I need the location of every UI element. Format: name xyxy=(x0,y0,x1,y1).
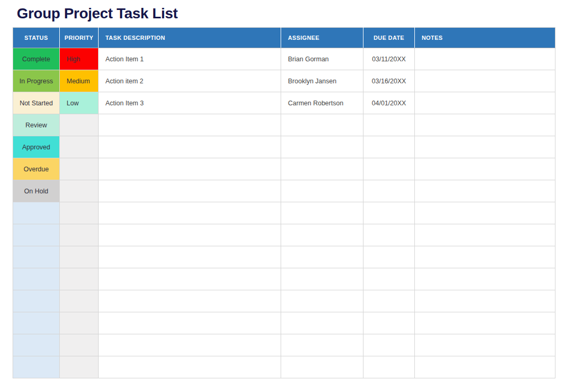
notes-cell[interactable] xyxy=(415,202,555,224)
status-cell[interactable]: Approved xyxy=(13,136,60,158)
priority-cell[interactable] xyxy=(60,312,99,334)
priority-cell[interactable] xyxy=(60,290,99,312)
due-date-cell[interactable] xyxy=(363,312,415,334)
column-header-notes: NOTES xyxy=(415,28,555,48)
task-description-cell[interactable]: Action Item 3 xyxy=(99,92,281,114)
priority-cell[interactable] xyxy=(60,136,99,158)
due-date-cell[interactable] xyxy=(363,334,415,356)
status-cell[interactable]: Review xyxy=(13,114,60,136)
assignee-cell[interactable]: Brooklyn Jansen xyxy=(281,70,363,92)
status-cell[interactable]: On Hold xyxy=(13,180,60,202)
task-description-cell[interactable] xyxy=(99,136,281,158)
priority-cell[interactable]: High xyxy=(60,48,99,70)
notes-cell[interactable] xyxy=(415,356,555,378)
task-description-cell[interactable] xyxy=(99,224,281,246)
status-cell[interactable]: Overdue xyxy=(13,158,60,180)
assignee-cell[interactable] xyxy=(281,246,363,268)
status-cell[interactable] xyxy=(13,312,60,334)
task-description-cell[interactable] xyxy=(99,312,281,334)
task-description-cell[interactable] xyxy=(99,202,281,224)
task-description-cell[interactable] xyxy=(99,290,281,312)
column-header-assignee: ASSIGNEE xyxy=(281,28,363,48)
priority-cell[interactable] xyxy=(60,356,99,378)
due-date-cell[interactable] xyxy=(363,268,415,290)
table-row xyxy=(13,268,555,290)
notes-cell[interactable] xyxy=(415,158,555,180)
priority-cell[interactable] xyxy=(60,202,99,224)
priority-cell[interactable] xyxy=(60,224,99,246)
status-cell[interactable] xyxy=(13,356,60,378)
status-cell[interactable] xyxy=(13,246,60,268)
table-row xyxy=(13,356,555,378)
assignee-cell[interactable] xyxy=(281,202,363,224)
due-date-cell[interactable]: 03/11/20XX xyxy=(363,48,415,70)
assignee-cell[interactable] xyxy=(281,180,363,202)
priority-cell[interactable] xyxy=(60,268,99,290)
notes-cell[interactable] xyxy=(415,224,555,246)
notes-cell[interactable] xyxy=(415,180,555,202)
notes-cell[interactable] xyxy=(415,70,555,92)
assignee-cell[interactable] xyxy=(281,312,363,334)
status-cell[interactable]: In Progress xyxy=(13,70,60,92)
due-date-cell[interactable] xyxy=(363,158,415,180)
table-row xyxy=(13,312,555,334)
due-date-cell[interactable] xyxy=(363,356,415,378)
status-cell[interactable] xyxy=(13,268,60,290)
task-description-cell[interactable] xyxy=(99,180,281,202)
due-date-cell[interactable] xyxy=(363,246,415,268)
notes-cell[interactable] xyxy=(415,268,555,290)
due-date-cell[interactable] xyxy=(363,224,415,246)
task-description-cell[interactable] xyxy=(99,158,281,180)
priority-cell[interactable] xyxy=(60,180,99,202)
task-description-cell[interactable] xyxy=(99,356,281,378)
status-cell[interactable] xyxy=(13,202,60,224)
due-date-cell[interactable] xyxy=(363,202,415,224)
task-description-cell[interactable]: Action item 2 xyxy=(99,70,281,92)
notes-cell[interactable] xyxy=(415,114,555,136)
priority-cell[interactable]: Medium xyxy=(60,70,99,92)
due-date-cell[interactable]: 03/16/20XX xyxy=(363,70,415,92)
notes-cell[interactable] xyxy=(415,48,555,70)
page-title: Group Project Task List xyxy=(17,5,567,22)
due-date-cell[interactable] xyxy=(363,180,415,202)
assignee-cell[interactable] xyxy=(281,334,363,356)
status-cell[interactable] xyxy=(13,224,60,246)
assignee-cell[interactable] xyxy=(281,268,363,290)
priority-cell[interactable] xyxy=(60,246,99,268)
notes-cell[interactable] xyxy=(415,246,555,268)
status-cell[interactable] xyxy=(13,290,60,312)
status-cell[interactable]: Complete xyxy=(13,48,60,70)
assignee-cell[interactable] xyxy=(281,136,363,158)
assignee-cell[interactable] xyxy=(281,158,363,180)
task-description-cell[interactable]: Action Item 1 xyxy=(99,48,281,70)
due-date-cell[interactable]: 04/01/20XX xyxy=(363,92,415,114)
task-description-cell[interactable] xyxy=(99,246,281,268)
notes-cell[interactable] xyxy=(415,312,555,334)
task-description-cell[interactable] xyxy=(99,114,281,136)
table-row: Not Started Low Action Item 3 Carmen Rob… xyxy=(13,92,555,114)
status-cell[interactable]: Not Started xyxy=(13,92,60,114)
table-row: Approved xyxy=(13,136,555,158)
assignee-cell[interactable] xyxy=(281,356,363,378)
assignee-cell[interactable]: Brian Gorman xyxy=(281,48,363,70)
assignee-cell[interactable]: Carmen Robertson xyxy=(281,92,363,114)
priority-cell[interactable] xyxy=(60,158,99,180)
status-cell[interactable] xyxy=(13,334,60,356)
notes-cell[interactable] xyxy=(415,92,555,114)
task-description-cell[interactable] xyxy=(99,268,281,290)
notes-cell[interactable] xyxy=(415,136,555,158)
notes-cell[interactable] xyxy=(415,334,555,356)
task-description-cell[interactable] xyxy=(99,334,281,356)
assignee-cell[interactable] xyxy=(281,224,363,246)
priority-cell[interactable] xyxy=(60,334,99,356)
assignee-cell[interactable] xyxy=(281,114,363,136)
due-date-cell[interactable] xyxy=(363,136,415,158)
table-row xyxy=(13,334,555,356)
header-row: STATUS PRIORITY TASK DESCRIPTION ASSIGNE… xyxy=(13,28,555,48)
priority-cell[interactable]: Low xyxy=(60,92,99,114)
due-date-cell[interactable] xyxy=(363,114,415,136)
priority-cell[interactable] xyxy=(60,114,99,136)
due-date-cell[interactable] xyxy=(363,290,415,312)
assignee-cell[interactable] xyxy=(281,290,363,312)
notes-cell[interactable] xyxy=(415,290,555,312)
